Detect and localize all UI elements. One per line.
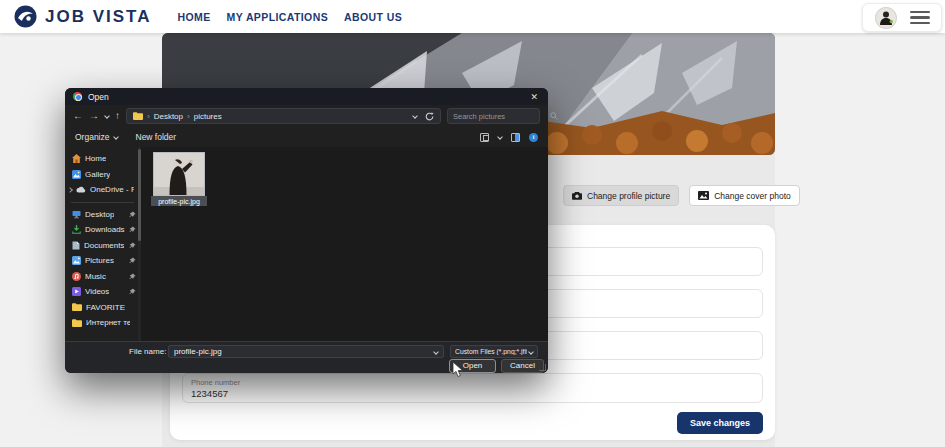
search-input[interactable] (453, 112, 550, 121)
organize-label: Organize (75, 132, 110, 142)
search-box[interactable] (447, 108, 540, 124)
forward-icon[interactable]: → (89, 111, 99, 121)
sidebar-item-music[interactable]: Music (65, 269, 138, 285)
home-icon (72, 154, 81, 163)
cancel-button[interactable]: Cancel (501, 359, 544, 373)
pin-icon (129, 211, 136, 218)
pin-icon (129, 242, 136, 249)
pin-icon (129, 257, 136, 264)
file-name-label: profile-pic.jpg (151, 196, 207, 206)
image-icon (698, 191, 709, 200)
dialog-titlebar[interactable]: Open ✕ (65, 88, 548, 105)
folder-icon (133, 112, 143, 120)
search-icon (550, 112, 558, 120)
sidebar-item-pictures[interactable]: Pictures (65, 253, 138, 269)
music-icon (72, 272, 81, 281)
dialog-navigation-row: ← → ↑ › Desktop › pictures (65, 105, 548, 127)
up-icon[interactable]: ↑ (115, 111, 120, 121)
phone-number-label: Phone number (183, 374, 762, 387)
hamburger-menu-icon[interactable] (910, 11, 930, 25)
file-type-value: Custom Files (*.png;*.jfif;*.pjpe (455, 348, 527, 355)
dialog-toolbar: Organize New folder i (65, 127, 548, 147)
change-cover-photo-label: Change cover photo (714, 191, 791, 201)
expand-chevron-icon[interactable] (67, 187, 73, 193)
file-name-field-label: File name: (129, 347, 166, 356)
address-dropdown-chevron-icon[interactable] (412, 113, 418, 119)
organize-button[interactable]: Organize (75, 132, 118, 142)
sidebar-scrollbar[interactable] (138, 147, 141, 341)
back-icon[interactable]: ← (73, 111, 83, 121)
dialog-sidebar: Home Gallery OneDrive - Pers (65, 147, 138, 341)
dialog-title: Open (88, 92, 109, 102)
change-cover-photo-button[interactable]: Change cover photo (689, 185, 800, 206)
file-name-input[interactable] (169, 347, 434, 356)
nav-link-my-applications[interactable]: MY APPLICATIONS (227, 11, 328, 23)
documents-icon (72, 241, 80, 250)
avatar[interactable] (875, 7, 897, 29)
desktop-icon (72, 210, 81, 219)
sidebar-item-desktop[interactable]: Desktop (65, 207, 138, 223)
nav-links: HOME MY APPLICATIONS ABOUT US (177, 11, 402, 23)
file-tile-selected[interactable]: profile-pic.jpg (151, 152, 207, 206)
nav-link-about-us[interactable]: ABOUT US (344, 11, 402, 23)
videos-icon (72, 287, 81, 296)
new-folder-button[interactable]: New folder (136, 132, 177, 142)
sidebar-item-internet-tech[interactable]: Интернет техно (65, 315, 138, 331)
mouse-cursor (452, 362, 464, 378)
save-changes-button[interactable]: Save changes (677, 412, 763, 434)
breadcrumb-pictures[interactable]: pictures (194, 112, 222, 121)
pin-icon (129, 288, 136, 295)
sidebar-item-videos[interactable]: Videos (65, 284, 138, 300)
gallery-icon (72, 170, 81, 179)
breadcrumb-separator: › (187, 112, 190, 121)
sidebar-item-home[interactable]: Home (65, 151, 138, 167)
downloads-icon (72, 225, 81, 234)
pictures-icon (72, 256, 81, 265)
pin-icon (129, 226, 136, 233)
preview-pane-icon[interactable] (511, 133, 520, 142)
phone-number-value: 1234567 (183, 387, 762, 399)
onedrive-icon (76, 186, 86, 193)
folder-icon (72, 319, 82, 327)
view-mode-chevron-icon[interactable] (497, 134, 503, 140)
nav-link-home[interactable]: HOME (177, 11, 210, 23)
photo-buttons-row: Change profile picture Change cover phot… (563, 185, 800, 206)
file-type-select[interactable]: Custom Files (*.png;*.jfif;*.pjpe (450, 345, 538, 358)
resize-grip[interactable] (539, 364, 546, 371)
breadcrumb-separator: › (147, 112, 150, 121)
top-navbar: JOB VISTA HOME MY APPLICATIONS ABOUT US (0, 0, 945, 33)
address-bar[interactable]: › Desktop › pictures (126, 108, 441, 124)
recent-locations-chevron-icon[interactable] (104, 113, 110, 119)
brand-name: JOB VISTA (45, 7, 151, 27)
app-root: JOB VISTA HOME MY APPLICATIONS ABOUT US (0, 0, 945, 447)
new-folder-label: New folder (136, 132, 177, 142)
change-profile-picture-button[interactable]: Change profile picture (563, 185, 679, 206)
file-name-input-wrap (168, 345, 444, 358)
user-menu-card[interactable] (862, 3, 942, 32)
change-profile-picture-label: Change profile picture (587, 191, 670, 201)
brand-logo-icon (14, 5, 37, 28)
help-icon[interactable]: i (529, 133, 538, 142)
refresh-icon[interactable] (425, 112, 434, 121)
sidebar-item-onedrive[interactable]: OneDrive - Pers (65, 182, 138, 198)
file-thumbnail (153, 152, 205, 196)
breadcrumb-desktop[interactable]: Desktop (154, 112, 183, 121)
phone-number-field[interactable]: Phone number 1234567 (182, 373, 763, 403)
file-open-dialog: Open ✕ ← → ↑ › Desktop › pictures (65, 88, 548, 373)
dialog-footer: File name: Custom Files (*.png;*.jfif;*.… (65, 341, 548, 373)
brand[interactable]: JOB VISTA (14, 5, 151, 28)
view-mode-icon[interactable] (480, 133, 489, 142)
sidebar-item-downloads[interactable]: Downloads (65, 222, 138, 238)
pin-icon (129, 273, 136, 280)
file-name-dropdown-chevron-icon[interactable] (433, 349, 439, 355)
file-type-chevron-icon (528, 349, 534, 355)
organize-chevron-icon (113, 134, 119, 140)
sidebar-item-gallery[interactable]: Gallery (65, 167, 138, 183)
sidebar-item-favorite[interactable]: FAVORITE (65, 300, 138, 316)
close-icon[interactable]: ✕ (528, 92, 540, 102)
sidebar-item-documents[interactable]: Documents (65, 238, 138, 254)
camera-icon (572, 191, 582, 200)
sidebar-separator (71, 202, 134, 203)
chrome-icon (73, 92, 82, 101)
file-list-area[interactable]: profile-pic.jpg (141, 147, 548, 341)
